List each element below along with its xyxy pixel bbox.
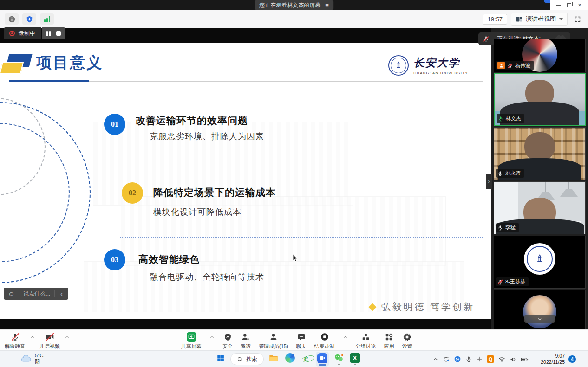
file-explorer-button[interactable]	[267, 352, 280, 367]
banner-menu-icon[interactable]: ≡	[325, 2, 329, 9]
fullscreen-button[interactable]	[571, 13, 583, 25]
taskbar-search[interactable]: 搜索	[230, 353, 264, 365]
taskbar-clock[interactable]: 9:07 2022/11/25	[541, 353, 565, 365]
participant-name-tag: 李猛	[496, 223, 519, 232]
manage-members-button[interactable]: 管理成员(15)	[259, 332, 288, 350]
minimize-button[interactable]	[556, 5, 561, 6]
mic-icon	[497, 225, 503, 231]
meeting-toolbar: 解除静音 开启视频 共享屏幕 安全 邀请 管理成员(15) 聊天	[0, 329, 588, 350]
wifi-icon[interactable]	[498, 356, 505, 363]
participant-tile-speaking[interactable]: 林文杰	[494, 73, 586, 126]
notification-count-badge[interactable]: 4	[568, 355, 576, 363]
microphone-tray-icon[interactable]	[465, 356, 472, 362]
view-mode-label: 演讲者视图	[526, 15, 556, 23]
record-options-caret[interactable]	[343, 335, 348, 340]
chevron-down-icon	[559, 18, 563, 20]
hand-raised-badge-icon	[497, 62, 505, 69]
chat-button[interactable]: 聊天	[296, 332, 307, 350]
meeting-titlebar: 您正在观看林文杰的屏幕 ≡ ×	[0, 0, 588, 10]
restore-button[interactable]	[567, 3, 571, 7]
participant-name: 杨伟波	[515, 62, 530, 69]
mouse-cursor	[292, 254, 300, 262]
mic-icon	[497, 171, 503, 176]
pause-recording-button[interactable]	[46, 31, 51, 36]
manage-members-label: 管理成员(15)	[259, 343, 288, 350]
emoji-icon[interactable]: ☺	[8, 290, 14, 297]
collapse-chat-icon[interactable]: ‹	[59, 290, 64, 297]
breakout-grid-icon	[361, 333, 370, 341]
windows-taskbar: 5°C 阴 搜索 e X Q 9:07 2022/11/25 4	[0, 350, 588, 367]
stop-record-icon	[320, 332, 329, 341]
divider	[19, 290, 19, 297]
apps-label: 应用	[384, 343, 394, 350]
title-underline-blue	[9, 80, 89, 82]
wechat-button[interactable]	[332, 352, 345, 367]
scroll-participants-button[interactable]	[524, 315, 555, 323]
view-mode-button[interactable]: 演讲者视图	[511, 13, 568, 26]
weather-temp: 5°C	[35, 353, 43, 359]
edge-browser-button[interactable]	[283, 352, 296, 367]
item-number: 01	[111, 120, 118, 129]
university-logo: 长安大学 CHANG' AN UNIVERSITY	[388, 55, 468, 76]
stop-recording-button[interactable]: 结束录制	[314, 332, 335, 350]
start-video-button[interactable]: 开启视频	[39, 332, 60, 350]
apps-button[interactable]: 应用	[384, 332, 394, 350]
chat-input-placeholder[interactable]: 说点什么...	[23, 290, 50, 298]
updown-tray-icon[interactable]	[454, 355, 461, 363]
muted-mic-icon	[497, 279, 503, 285]
share-screen-button[interactable]: 共享屏幕	[181, 332, 202, 350]
panel-collapse-handle[interactable]: ›	[486, 174, 492, 189]
chat-label: 聊天	[296, 343, 307, 350]
settings-button[interactable]: 设置	[402, 332, 412, 350]
university-avatar	[524, 243, 555, 275]
edge-icon	[285, 353, 295, 363]
university-name-en: CHANG' AN UNIVERSITY	[413, 71, 468, 75]
meeting-info-button[interactable]	[5, 13, 19, 25]
item-number-badge: 02	[122, 182, 143, 204]
muted-mic-icon	[507, 63, 513, 68]
meeting-timer: 19:57	[483, 14, 507, 25]
watching-banner-text: 您正在观看林文杰的屏幕	[259, 1, 320, 9]
tray-expand-caret[interactable]	[433, 356, 438, 362]
unmute-button[interactable]: 解除静音	[5, 332, 25, 350]
excel-button[interactable]: X	[348, 352, 361, 367]
weather-widget[interactable]: 5°C 阴	[20, 353, 43, 365]
breakout-rooms-button[interactable]: 分组讨论	[356, 332, 376, 350]
participant-tile[interactable]: 李猛	[494, 181, 586, 234]
video-options-caret[interactable]	[65, 335, 70, 340]
watching-banner: 您正在观看林文杰的屏幕 ≡	[255, 0, 333, 10]
quick-chat-bar: ☺ 说点什么... ‹	[4, 288, 68, 300]
shield-icon	[223, 333, 232, 341]
divider	[493, 36, 493, 42]
sync-tray-icon[interactable]	[443, 356, 450, 363]
participant-name-tag: 刘永涛	[496, 169, 524, 178]
participant-name: 林文杰	[506, 115, 521, 122]
start-video-label: 开启视频	[39, 343, 60, 350]
ime-tray-icon[interactable]	[476, 356, 483, 362]
avatar	[523, 295, 556, 328]
participant-tile[interactable]: 8-王莎莎	[494, 236, 586, 289]
participant-tile[interactable]: 杨伟波	[494, 39, 586, 72]
start-button[interactable]	[214, 352, 227, 367]
share-options-caret[interactable]	[209, 335, 215, 340]
speaker-icon[interactable]	[510, 356, 516, 363]
time: 9:07	[541, 353, 565, 359]
security-shield-button[interactable]	[22, 13, 36, 25]
participant-tile[interactable]: 刘永涛	[494, 127, 586, 180]
participant-name: 8-王莎莎	[505, 278, 525, 285]
meeting-app-button[interactable]	[316, 352, 329, 367]
mic-options-caret[interactable]	[30, 335, 35, 340]
participant-tile[interactable]	[494, 290, 586, 329]
close-button[interactable]: ×	[578, 2, 581, 8]
motto-text: 弘毅明德 笃学创新	[381, 301, 475, 313]
active-mic-icon	[498, 116, 503, 122]
network-quality-button[interactable]	[40, 13, 54, 25]
ie-browser-button[interactable]: e	[300, 352, 313, 367]
lamp-decoration	[568, 182, 569, 189]
battery-icon[interactable]	[521, 355, 529, 363]
item-subtext: 克服恶劣环境、排除人为因素	[150, 131, 264, 142]
invite-button[interactable]: 邀请	[241, 332, 251, 350]
stop-recording-button[interactable]	[56, 31, 61, 36]
q-app-tray-icon[interactable]: Q	[487, 355, 494, 363]
security-button[interactable]: 安全	[222, 332, 233, 350]
